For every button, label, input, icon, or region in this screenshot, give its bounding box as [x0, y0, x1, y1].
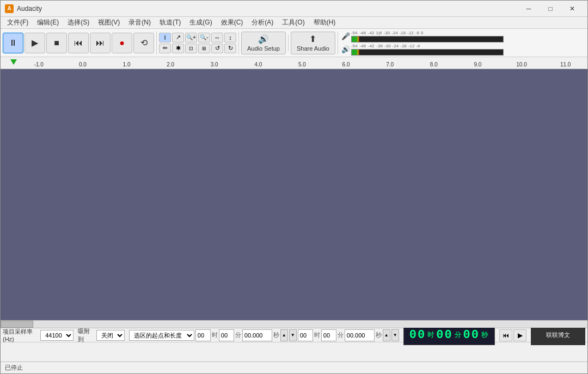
time-end-h-unit: 时 [314, 331, 320, 339]
zoom-out-tool[interactable]: 🔍- [198, 33, 210, 42]
time-start-minutes: 00 [219, 329, 234, 341]
ruler-mark: 7.0 [368, 62, 412, 69]
ruler-marks: -1.00.01.02.03.04.05.06.07.08.09.010.011… [1, 57, 587, 69]
audio-setup-button[interactable]: 🔊 Audio Setup [241, 32, 286, 54]
time-end-up-btn[interactable]: ▲ [383, 329, 390, 341]
sample-rate-select[interactable]: 44100 48000 96000 [40, 330, 74, 341]
fit-v-tool[interactable]: ↕ [224, 33, 236, 42]
time-start-dn-btn[interactable]: ▼ [289, 329, 297, 341]
bottom-transport: ⏮ ▶ [499, 329, 526, 341]
menu-item-record[interactable]: 录音(N) [124, 17, 155, 29]
ruler-mark: 10.0 [500, 62, 544, 69]
time-end-dn-btn[interactable]: ▼ [391, 329, 399, 341]
ruler-mark: 0.0 [61, 62, 105, 69]
bottom-play[interactable]: ▶ [513, 329, 526, 341]
zoom-in-tool[interactable]: 🔍+ [185, 33, 197, 42]
statusbar: 已停止 [1, 361, 587, 373]
selection-mode-select[interactable]: 选区的起点和长度 [129, 330, 194, 341]
time-start-m-unit: 分 [235, 331, 241, 339]
mic-meter [351, 36, 504, 42]
separator-1 [156, 32, 157, 54]
maximize-button[interactable]: □ [540, 1, 561, 17]
sample-rate-label: 项目采样率 (Hz) [3, 328, 36, 342]
loop-button[interactable]: ⟲ [133, 33, 154, 53]
stop-button[interactable]: ■ [46, 33, 67, 53]
time-end-seconds: 00.000 [345, 329, 375, 341]
share-audio-label: Share Audio [297, 45, 329, 52]
ruler-mark: 2.0 [149, 62, 193, 69]
watermark: 联联博文 [531, 326, 585, 345]
separator-4 [338, 32, 338, 54]
menu-item-track[interactable]: 轨道(T) [155, 17, 185, 29]
separator-3 [288, 35, 289, 51]
h-scrollbar[interactable] [1, 320, 587, 328]
tools-group: I ↗ 🔍+ 🔍- ↔ ↕ ✏ ✱ ⊡ ⊞ ↺ ↻ [159, 33, 236, 53]
track-area[interactable] [1, 69, 587, 320]
time-end-hours: 00 [298, 329, 313, 341]
vu-meters: 🎤 -54-48-42 1|6-30 -24-18 -12-6 0 � [340, 29, 505, 57]
close-button[interactable]: ✕ [561, 1, 583, 17]
scroll-thumb[interactable] [1, 321, 33, 328]
record-button[interactable]: ● [112, 33, 132, 53]
minimize-button[interactable]: ─ [518, 1, 540, 17]
menu-item-select[interactable]: 选择(S) [63, 17, 94, 29]
menu-item-file[interactable]: 文件(F) [3, 17, 33, 29]
menu-item-tools[interactable]: 工具(O) [278, 17, 309, 29]
ruler-mark: 9.0 [456, 62, 500, 69]
bottom-bar: 项目采样率 (Hz) 44100 48000 96000 吸附到 关闭 开启 选… [1, 328, 587, 361]
time-start-h-unit: 时 [212, 331, 218, 339]
zoom-sel-tool[interactable]: ⊡ [185, 44, 197, 53]
bottom-row1: 项目采样率 (Hz) 44100 48000 96000 吸附到 关闭 开启 选… [1, 328, 587, 342]
undo-tool[interactable]: ↺ [211, 44, 223, 53]
mic-icon: 🎤 [341, 32, 350, 40]
ruler-mark: 11.0 [543, 62, 587, 69]
tools-row-top: I ↗ 🔍+ 🔍- ↔ ↕ [159, 33, 236, 42]
big-time-s-unit: 秒 [481, 330, 489, 340]
menu-item-help[interactable]: 帮助(H) [309, 17, 340, 29]
app-window: A Audacity ─ □ ✕ 文件(F)编辑(E)选择(S)视图(V)录音(… [0, 0, 588, 374]
ruler-mark: 3.0 [192, 62, 236, 69]
bottom-skip-back[interactable]: ⏮ [499, 329, 512, 341]
time-end-s-unit: 秒 [376, 331, 382, 339]
app-title: Audacity [17, 5, 518, 13]
big-time-hours: 00 [409, 328, 426, 342]
draw-tool[interactable]: ✏ [159, 44, 171, 53]
menu-item-edit[interactable]: 编辑(E) [33, 17, 63, 29]
redo-tool[interactable]: ↻ [224, 44, 236, 53]
skip-back-button[interactable]: ⏮ [68, 33, 89, 53]
menu-item-view[interactable]: 视图(V) [94, 17, 124, 29]
share-audio-icon: ⬆ [309, 34, 316, 44]
pause-button[interactable]: ⏸ [3, 33, 23, 53]
status-text: 已停止 [5, 364, 23, 372]
speaker-icon: 🔊 [341, 45, 350, 53]
big-time-minutes: 00 [436, 328, 452, 342]
time-start-seconds: 00.000 [242, 329, 272, 341]
big-time-seconds: 00 [463, 328, 480, 342]
window-controls: ─ □ ✕ [518, 1, 583, 17]
big-time-h-unit: 时 [427, 330, 435, 340]
timeline-ruler: -1.00.01.02.03.04.05.06.07.08.09.010.011… [1, 57, 587, 69]
speaker-meter [351, 49, 504, 56]
envelope-tool[interactable]: ↗ [172, 33, 184, 42]
zoom-fit-tool[interactable]: ⊞ [198, 44, 210, 53]
select-tool[interactable]: I [159, 33, 171, 42]
time-start-display: 00 时 00 分 00.000 秒 ▲ ▼ [195, 329, 297, 341]
fit-h-tool[interactable]: ↔ [211, 33, 223, 42]
time-start-s-unit: 秒 [273, 331, 279, 339]
menu-item-analyze[interactable]: 分析(A) [247, 17, 278, 29]
skip-fwd-button[interactable]: ⏭ [90, 33, 111, 53]
time-start-up-btn[interactable]: ▲ [280, 329, 288, 341]
audio-setup-icon: 🔊 [258, 34, 269, 44]
content-area: -1.00.01.02.03.04.05.06.07.08.09.010.011… [1, 57, 587, 328]
menu-item-effect[interactable]: 效果(C) [217, 17, 248, 29]
time-end-display: 00 时 00 分 00.000 秒 ▲ ▼ [298, 329, 399, 341]
play-button[interactable]: ▶ [24, 33, 45, 53]
ruler-mark: -1.0 [17, 62, 61, 69]
separator-2 [238, 32, 239, 54]
snap-select[interactable]: 关闭 开启 [96, 330, 125, 341]
multi-tool[interactable]: ✱ [172, 44, 184, 53]
menu-item-generate[interactable]: 生成(G) [185, 17, 216, 29]
share-audio-button[interactable]: ⬆ Share Audio [291, 32, 335, 54]
time-end-m-unit: 分 [338, 331, 344, 339]
tools-row-bottom: ✏ ✱ ⊡ ⊞ ↺ ↻ [159, 44, 236, 53]
